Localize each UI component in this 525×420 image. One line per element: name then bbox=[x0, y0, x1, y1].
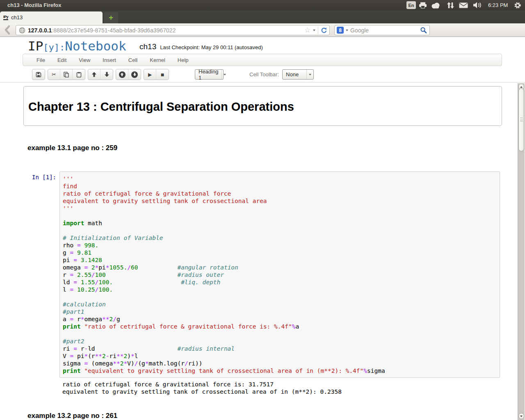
url-path: :8888/2c37e549-8751-45ab-bfad-39d6a39670… bbox=[52, 27, 176, 34]
menu-kernel[interactable]: Kernel bbox=[144, 57, 171, 63]
insert-cell-below-button[interactable] bbox=[128, 69, 141, 80]
logo-ip: IP bbox=[28, 39, 43, 53]
tab-title: ch13 bbox=[11, 14, 23, 21]
cell-type-caret bbox=[224, 74, 226, 75]
printer-icon[interactable] bbox=[419, 2, 427, 10]
notebook-title[interactable]: ch13 bbox=[139, 42, 156, 51]
url-host: 127.0.0.1 bbox=[28, 27, 52, 34]
bookmark-dropdown-caret[interactable] bbox=[313, 30, 315, 31]
cell-toolbar-caret bbox=[309, 74, 311, 75]
circle-arrow-down-icon bbox=[131, 71, 138, 78]
menu-cell[interactable]: Cell bbox=[122, 57, 144, 63]
insert-cell-above-button[interactable] bbox=[116, 69, 128, 80]
browser-tab[interactable]: IPy ch13 bbox=[0, 11, 103, 23]
tab-bar: IPy ch13 + bbox=[0, 11, 525, 23]
run-cell-button[interactable]: ▶ bbox=[144, 69, 156, 80]
mail-icon[interactable] bbox=[459, 2, 468, 10]
menu-help[interactable]: Help bbox=[171, 57, 195, 63]
clock[interactable]: 6:23 PM bbox=[488, 2, 508, 8]
search-input[interactable] bbox=[350, 27, 418, 34]
cell-toolbar-label: Cell Toolbar: bbox=[249, 71, 279, 78]
cell-toolbar-value: None bbox=[286, 71, 299, 78]
vertical-scrollbar[interactable] bbox=[518, 83, 525, 420]
back-button[interactable] bbox=[2, 24, 14, 36]
volume-icon[interactable] bbox=[473, 2, 483, 10]
heading-cell[interactable]: Chapter 13 : Centrifugal Separation Oper… bbox=[23, 86, 502, 126]
scrollbar-grip bbox=[520, 118, 523, 121]
stop-icon: ■ bbox=[161, 71, 164, 78]
browser-content: IP[y]:Notebook ch13 Last Checkpoint: May… bbox=[0, 37, 525, 420]
site-globe-icon[interactable] bbox=[19, 27, 25, 34]
play-icon: ▶ bbox=[148, 72, 152, 78]
cut-cell-button[interactable]: ✂ bbox=[48, 69, 60, 80]
menu-view[interactable]: View bbox=[73, 57, 96, 63]
ubuntu-top-panel: ch13 - Mozilla Firefox En 6:23 PM bbox=[0, 0, 525, 11]
clipboard-icon bbox=[76, 72, 82, 78]
notebook-document: Chapter 13 : Centrifugal Separation Oper… bbox=[0, 83, 518, 420]
screen: ch13 - Mozilla Firefox En 6:23 PM IPy ch… bbox=[0, 0, 525, 420]
notebook-title-row: ch13 Last Checkpoint: May 29 00:11 (auto… bbox=[139, 42, 263, 51]
reload-icon[interactable] bbox=[321, 27, 327, 34]
move-cell-up-button[interactable] bbox=[88, 69, 100, 80]
google-favicon: 8 bbox=[337, 27, 344, 34]
urlbar-separator bbox=[318, 27, 318, 34]
logo-notebook: Notebook bbox=[65, 39, 126, 53]
cell-output: ratio of cetrifugal force & gravitationa… bbox=[62, 381, 342, 395]
ipython-favicon: IPy bbox=[3, 15, 8, 20]
chapter-heading: Chapter 13 : Centrifugal Separation Oper… bbox=[28, 100, 502, 114]
header-divider bbox=[0, 82, 525, 82]
notebook-toolbar: ✂ bbox=[32, 69, 314, 80]
scrollbar-thumb[interactable] bbox=[518, 88, 524, 151]
move-cell-down-button[interactable] bbox=[100, 69, 113, 80]
arrow-down-icon bbox=[104, 72, 110, 77]
search-magnifier-icon[interactable] bbox=[420, 27, 427, 34]
cloud-sync-icon[interactable] bbox=[431, 2, 441, 10]
window-title: ch13 - Mozilla Firefox bbox=[7, 2, 61, 8]
search-engine-caret[interactable] bbox=[346, 30, 348, 31]
input-prompt: In [1]: bbox=[0, 174, 56, 180]
menu-bar: File Edit View Insert Cell Kernel Help bbox=[23, 54, 502, 66]
url-bar[interactable]: 127.0.0.1:8888/2c37e549-8751-45ab-bfad-3… bbox=[16, 25, 330, 35]
scroll-up-arrow-icon bbox=[520, 86, 523, 88]
keyboard-layout-indicator[interactable]: En bbox=[406, 1, 416, 9]
navigation-toolbar: 127.0.0.1:8888/2c37e549-8751-45ab-bfad-3… bbox=[0, 23, 525, 37]
cell-type-select[interactable]: Heading 1 bbox=[195, 69, 224, 80]
example-2-heading[interactable]: example 13.2 page no : 261 bbox=[27, 412, 117, 420]
network-updown-icon[interactable] bbox=[447, 2, 454, 11]
bookmark-star-icon[interactable]: ☆ bbox=[304, 27, 310, 34]
copy-icon bbox=[64, 72, 69, 78]
session-gear-icon[interactable] bbox=[514, 2, 521, 11]
arrow-up-icon bbox=[91, 72, 97, 77]
cell-toolbar-select[interactable]: None bbox=[282, 69, 314, 80]
menu-insert[interactable]: Insert bbox=[96, 57, 122, 63]
scrollbar-down-button[interactable] bbox=[518, 413, 524, 419]
paste-cell-button[interactable] bbox=[73, 69, 85, 80]
scissors-icon: ✂ bbox=[52, 71, 56, 78]
checkpoint-status: Last Checkpoint: May 29 00:11 (autosaved… bbox=[160, 44, 263, 50]
url-text: 127.0.0.1:8888/2c37e549-8751-45ab-bfad-3… bbox=[28, 27, 176, 34]
new-tab-button[interactable]: + bbox=[104, 12, 118, 23]
ipython-logo[interactable]: IP[y]:Notebook bbox=[28, 39, 126, 53]
logo-y: [y]: bbox=[43, 42, 65, 52]
menu-file[interactable]: File bbox=[30, 57, 51, 63]
scroll-down-arrow-icon bbox=[520, 415, 523, 417]
menu-edit[interactable]: Edit bbox=[51, 57, 73, 63]
code-cell-input[interactable]: '''findratio of cetrifugal force & gravi… bbox=[59, 171, 500, 378]
search-box[interactable]: 8 bbox=[334, 25, 430, 35]
code-editor[interactable]: '''findratio of cetrifugal force & gravi… bbox=[63, 175, 500, 374]
example-1-heading[interactable]: example 13.1 page no : 259 bbox=[27, 144, 117, 152]
save-button[interactable] bbox=[32, 69, 45, 80]
cell-type-value: Heading 1 bbox=[199, 68, 218, 81]
interrupt-kernel-button[interactable]: ■ bbox=[156, 69, 169, 80]
copy-cell-button[interactable] bbox=[60, 69, 73, 80]
circle-arrow-up-icon bbox=[119, 71, 126, 78]
